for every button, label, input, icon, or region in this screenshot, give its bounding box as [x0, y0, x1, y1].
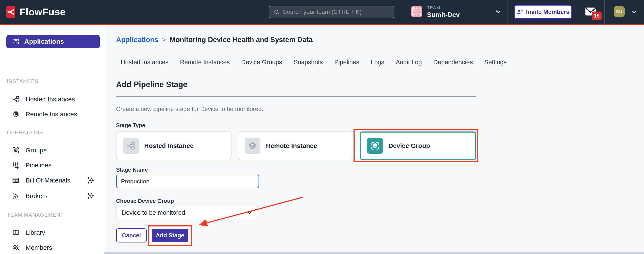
stage-type-options: Hosted Instance Remote Instance: [116, 132, 476, 160]
flowfuse-app: FlowFuse Search your team (CTRL + K): [0, 0, 644, 254]
breadcrumb: Applications > Monitoring Device Health …: [116, 36, 313, 44]
sidebar-section-operations: OPERATIONS: [7, 130, 43, 136]
pipelines-icon: [12, 161, 20, 169]
invite-members-button[interactable]: Invite Members: [514, 5, 572, 19]
navbar-divider: [578, 0, 578, 24]
stage-type-label: Stage Type: [116, 122, 145, 129]
sidebar-item-label: Hosted Instances: [26, 96, 75, 103]
remote-instance-icon: [245, 138, 260, 154]
sidebar-item-members[interactable]: Members: [0, 241, 104, 254]
sidebar-item-hosted-instances[interactable]: Hosted Instances: [0, 93, 104, 106]
sparkles-icon: [87, 192, 95, 200]
applications-grid-icon: [12, 38, 20, 45]
members-users-icon: [12, 244, 20, 251]
breadcrumb-separator: >: [162, 36, 166, 43]
form-description: Create a new pipeline stage for Device t…: [116, 106, 263, 112]
invite-members-label: Invite Members: [526, 9, 570, 15]
sidebar-item-label: Pipelines: [26, 162, 52, 169]
search-placeholder: Search your team (CTRL + K): [283, 9, 362, 15]
sidebar-item-groups[interactable]: Groups: [0, 144, 104, 157]
main-content: Applications > Monitoring Device Health …: [104, 25, 644, 254]
sidebar-item-applications[interactable]: Applications: [6, 35, 100, 48]
flowfuse-logo[interactable]: FlowFuse: [6, 0, 66, 24]
notifications-button[interactable]: 15: [585, 7, 602, 20]
stage-type-device-group[interactable]: Device Group: [360, 132, 476, 160]
sidebar: Applications INSTANCES Hosted Instances …: [0, 25, 104, 254]
sidebar-item-remote-instances[interactable]: Remote Instances: [0, 107, 104, 121]
card-label: Remote Instance: [266, 142, 317, 149]
library-book-icon: [12, 229, 20, 236]
sidebar-item-label: Remote Instances: [26, 110, 77, 118]
tab-logs[interactable]: Logs: [370, 57, 384, 67]
user-avatar[interactable]: su: [614, 6, 625, 17]
text-cursor: [150, 178, 150, 185]
team-name: Sumit-Dev: [427, 11, 460, 19]
heading-divider: [116, 96, 476, 97]
tab-pipelines[interactable]: Pipelines: [334, 57, 360, 67]
user-plus-icon: [516, 9, 523, 15]
stage-name-label: Stage Name: [116, 167, 148, 173]
team-selector[interactable]: TEAM: Sumit-Dev: [411, 0, 460, 24]
sidebar-section-instances: INSTANCES: [7, 78, 38, 84]
sparkles-icon: [87, 176, 95, 184]
sidebar-item-label: Members: [26, 244, 52, 251]
sidebar-item-label: Applications: [24, 38, 64, 45]
tab-device-groups[interactable]: Device Groups: [241, 57, 282, 67]
device-group-icon: [367, 138, 383, 154]
horizontal-scrollbar-track[interactable]: [104, 252, 644, 254]
logo-text: FlowFuse: [20, 6, 66, 18]
brokers-rss-icon: [12, 192, 20, 200]
sidebar-item-label: Brokers: [26, 192, 48, 200]
card-label: Hosted Instance: [144, 142, 194, 149]
stage-name-field: [116, 175, 259, 188]
sidebar-item-library[interactable]: Library: [0, 226, 104, 239]
hosted-instance-icon: [123, 138, 139, 154]
bill-of-materials-table-icon: [12, 177, 20, 184]
stage-type-remote-instance[interactable]: Remote Instance: [238, 132, 353, 160]
hosted-instances-icon: [12, 95, 20, 103]
sidebar-item-brokers[interactable]: Brokers: [0, 189, 104, 203]
form-actions: Cancel Add Stage: [116, 228, 188, 242]
sidebar-section-team-management: TEAM MANAGEMENT: [7, 212, 64, 218]
cancel-button[interactable]: Cancel: [116, 228, 147, 242]
device-group-select[interactable]: Device to be monitored: [116, 206, 258, 219]
team-avatar: [411, 6, 422, 18]
stage-name-input[interactable]: [116, 175, 259, 188]
navbar-divider: [507, 0, 508, 24]
sidebar-item-label: Library: [26, 229, 45, 236]
tab-dependencies[interactable]: Dependencies: [433, 57, 473, 67]
remote-instances-chip-icon: [12, 110, 20, 118]
notification-count-badge: 15: [592, 12, 602, 20]
tab-audit-log[interactable]: Audit Log: [395, 57, 422, 67]
sidebar-item-label: Groups: [26, 147, 46, 154]
navbar-divider: [604, 0, 605, 24]
team-search-input[interactable]: Search your team (CTRL + K): [269, 6, 394, 18]
device-group-selected-value: Device to be monitored: [122, 209, 185, 216]
chevron-down-icon: [246, 209, 253, 216]
team-label: TEAM:: [427, 5, 460, 10]
stage-type-hosted-instance[interactable]: Hosted Instance: [116, 132, 232, 160]
user-menu-chevron-down-icon[interactable]: [631, 9, 638, 15]
sidebar-item-label: Bill Of Materials: [26, 177, 70, 184]
top-navbar: FlowFuse Search your team (CTRL + K): [0, 0, 644, 25]
tab-hosted-instances[interactable]: Hosted Instances: [120, 57, 169, 67]
team-chevron-down-icon[interactable]: [494, 9, 502, 15]
sidebar-item-pipelines[interactable]: Pipelines: [0, 159, 104, 172]
tab-settings[interactable]: Settings: [484, 57, 507, 67]
sidebar-item-bill-of-materials[interactable]: Bill Of Materials: [0, 174, 104, 187]
device-group-label: Choose Device Group: [116, 198, 174, 204]
tab-remote-instances[interactable]: Remote Instances: [180, 57, 230, 67]
search-icon: [274, 9, 280, 15]
add-stage-button[interactable]: Add Stage: [152, 229, 188, 242]
page-title: Monitoring Device Health and System Data: [170, 36, 313, 44]
tab-snapshots[interactable]: Snapshots: [293, 57, 323, 67]
form-heading: Add Pipeline Stage: [116, 80, 188, 89]
device-groups-icon: [12, 147, 20, 154]
breadcrumb-applications-link[interactable]: Applications: [116, 36, 158, 44]
application-tabs: Hosted Instances Remote Instances Device…: [120, 57, 507, 67]
card-label: Device Group: [388, 142, 430, 149]
flowfuse-logo-icon: [6, 6, 15, 18]
